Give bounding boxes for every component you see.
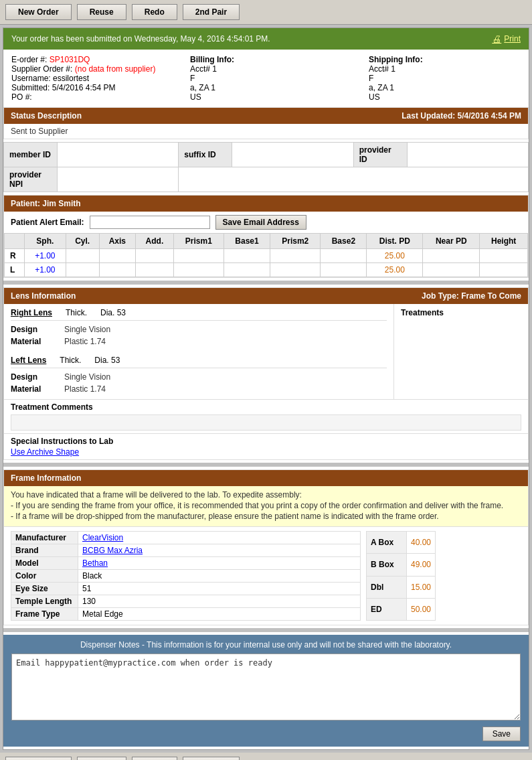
ed-label: ED	[366, 598, 406, 620]
order-info-billing: Billing Info: Acct# 1 F a, ZA 1 US	[190, 55, 342, 102]
rx-col-prism1: Prism1	[173, 234, 224, 249]
success-message: Your order has been submitted on Wednesd…	[11, 34, 270, 44]
redo-button-bottom[interactable]: Redo	[132, 757, 177, 760]
provider-npi-value[interactable]	[58, 167, 179, 192]
rx-r-axis	[99, 249, 136, 263]
status-header: Status Description Last Updated: 5/4/201…	[4, 108, 528, 124]
b-box-value: 49.00	[406, 554, 435, 576]
brand-value[interactable]: BCBG Max Azria	[78, 544, 361, 557]
eye-size-row: Eye Size 51	[11, 583, 361, 595]
patient-email-row: Patient Alert Email: Save Email Address	[4, 212, 528, 233]
b-box-row: B Box 49.00	[366, 554, 435, 576]
reuse-button-bottom[interactable]: Reuse	[77, 757, 126, 760]
provider-npi-input[interactable]	[63, 175, 173, 184]
success-bar: Your order has been submitted on Wednesd…	[3, 28, 529, 50]
eorder-value[interactable]: SP1031DQ	[50, 55, 90, 64]
frame-info-table: Manufacturer ClearVision Brand BCBG Max …	[11, 531, 361, 621]
rx-eye-l: L	[5, 263, 25, 277]
po-row: PO #:	[11, 92, 163, 102]
rx-col-eye	[5, 234, 25, 249]
rx-table: Sph. Cyl. Axis Add. Prism1 Base1 Prism2 …	[4, 233, 528, 277]
billing-za: a, ZA 1	[190, 83, 342, 92]
member-id-value[interactable]	[58, 143, 179, 167]
rx-r-dist-pd: 25.00	[367, 249, 423, 263]
rx-r-cyl	[66, 249, 99, 263]
save-email-button[interactable]: Save Email Address	[215, 215, 306, 230]
lens-header: Lens Information Job Type: Frame To Come	[4, 288, 528, 304]
a-box-value: 40.00	[406, 532, 435, 554]
new-order-button-top[interactable]: New Order	[5, 4, 72, 20]
provider-id-input[interactable]	[413, 150, 523, 159]
section-gap-2	[3, 463, 529, 467]
username-value: essilortest	[53, 74, 89, 83]
second-pair-button-top[interactable]: 2nd Pair	[183, 4, 240, 20]
right-material-row: Material Plastic 1.74	[11, 335, 387, 348]
member-id-input[interactable]	[63, 150, 173, 159]
order-info-shipping: Shipping Info: Acct# 1 F a, ZA 1 US	[369, 55, 521, 102]
color-value: Black	[78, 570, 361, 583]
billing-us: US	[190, 92, 342, 102]
provider-id-value[interactable]	[407, 143, 528, 167]
rx-r-prism1	[173, 249, 224, 263]
archive-shape-link[interactable]: Use Archive Shape	[11, 447, 79, 457]
dispenser-save-button[interactable]: Save	[482, 727, 521, 741]
rx-col-sph: Sph.	[25, 234, 66, 249]
reuse-button-top[interactable]: Reuse	[77, 4, 126, 20]
patient-section: Patient: Jim Smith Patient Alert Email: …	[3, 195, 529, 278]
frame-measurements-table: A Box 40.00 B Box 49.00 Dbl 15.00 ED 50.…	[366, 531, 436, 621]
section-gap-3	[3, 628, 529, 632]
frame-notice-2: - If you are sending the frame from your…	[11, 501, 521, 510]
special-instructions-section: Special Instructions to Lab Use Archive …	[4, 433, 528, 459]
temple-value: 130	[78, 595, 361, 608]
lens-content: Right Lens Thick. Dia. 53 Design Single …	[4, 304, 528, 399]
color-row: Color Black	[11, 570, 361, 583]
model-value[interactable]: Bethan	[78, 557, 361, 570]
frame-notice-3: - If a frame will be drop-shipped from t…	[11, 512, 521, 521]
suffix-id-input[interactable]	[238, 150, 347, 159]
right-design-row: Design Single Vision	[11, 323, 387, 335]
rx-l-axis	[99, 263, 136, 277]
model-label: Model	[11, 557, 78, 570]
rx-col-add: Add.	[136, 234, 173, 249]
frame-type-label: Frame Type	[11, 608, 78, 621]
last-updated-label: Last Updated:	[402, 111, 455, 121]
manufacturer-value[interactable]: ClearVision	[78, 532, 361, 544]
new-order-button-bottom[interactable]: New Order	[5, 757, 72, 760]
rx-r-add	[136, 249, 173, 263]
left-design-value: Single Vision	[64, 372, 110, 382]
right-lens-thick: Thick.	[66, 308, 87, 317]
suffix-id-value[interactable]	[232, 143, 353, 167]
patient-email-input[interactable]	[90, 216, 210, 229]
rx-l-add	[136, 263, 173, 277]
rx-r-prism2	[270, 249, 320, 263]
status-header-label: Status Description	[11, 111, 82, 121]
frame-header-title: Frame Information	[11, 473, 81, 483]
shipping-f: F	[369, 74, 521, 83]
rx-l-near-pd	[423, 263, 480, 277]
status-last-updated: Last Updated: 5/4/2016 4:54 PM	[402, 111, 521, 121]
rx-l-prism1	[173, 263, 224, 277]
suffix-id-label: suffix ID	[179, 143, 232, 167]
print-link[interactable]: 🖨 Print	[492, 33, 521, 44]
provider-npi-label: provider NPI	[4, 167, 58, 192]
rx-r-sph: +1.00	[25, 249, 66, 263]
rx-row-left: L +1.00 25.00	[5, 263, 528, 277]
left-lens-label: Left Lens	[11, 356, 46, 365]
rx-l-cyl	[66, 263, 99, 277]
left-material-value: Plastic 1.74	[64, 384, 106, 394]
shipping-us: US	[369, 92, 521, 102]
rx-row-right: R +1.00 25.00	[5, 249, 528, 263]
second-pair-button-bottom[interactable]: 2nd Pair	[183, 757, 240, 760]
po-label: PO #:	[11, 92, 32, 102]
dispenser-textarea[interactable]: Email happypatient@mypractice.com when o…	[11, 654, 521, 720]
right-material-label: Material	[11, 337, 51, 346]
rx-l-sph: +1.00	[25, 263, 66, 277]
rx-r-base2	[321, 249, 367, 263]
dispenser-title: Dispenser Notes - This information is fo…	[11, 640, 521, 650]
left-material-row: Material Plastic 1.74	[11, 383, 387, 395]
ed-value: 50.00	[406, 598, 435, 620]
redo-button-top[interactable]: Redo	[132, 4, 177, 20]
submitted-value: 5/4/2016 4:54 PM	[52, 83, 116, 92]
shipping-label: Shipping Info:	[369, 55, 423, 64]
temple-row: Temple Length 130	[11, 595, 361, 608]
